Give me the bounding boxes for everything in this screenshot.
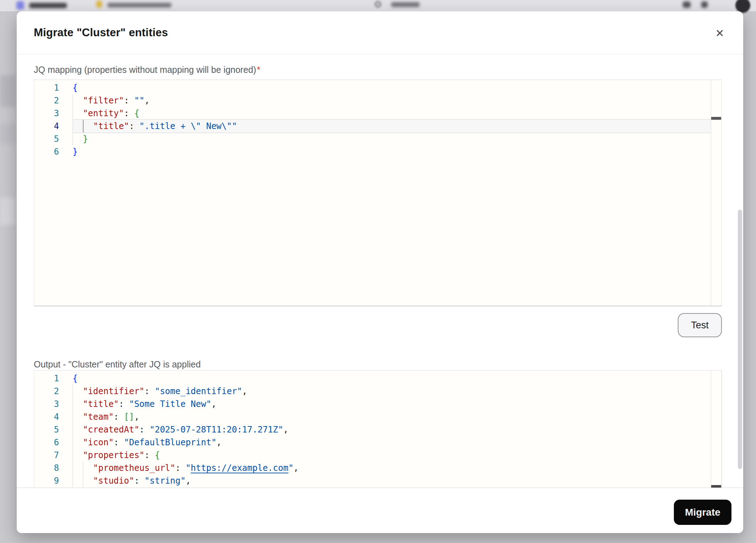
code-line: 4 "team": [], xyxy=(34,410,711,423)
indent-guide xyxy=(73,385,73,398)
code-line: 2 "filter": "", xyxy=(34,94,711,107)
indent-guide xyxy=(73,94,73,107)
code-token: , xyxy=(293,463,298,473)
indent-guide xyxy=(73,133,73,145)
url-link[interactable]: https://example.com xyxy=(191,463,288,473)
line-number: 7 xyxy=(34,449,59,462)
code-token: : xyxy=(114,437,124,447)
modal-footer: Migrate xyxy=(17,488,743,533)
code-line: 1{ xyxy=(34,81,711,94)
code-line: 5 } xyxy=(34,133,711,145)
line-number: 3 xyxy=(34,398,59,410)
code-token xyxy=(73,399,83,409)
code-token: , xyxy=(211,399,216,409)
code-token: "title" xyxy=(83,399,119,409)
code-token: "properties" xyxy=(83,450,144,460)
jq-mapping-label: JQ mapping (properties without mapping w… xyxy=(34,65,722,74)
jq-mapping-editor[interactable]: 1{2 "filter": "",3 "entity": {4 "title":… xyxy=(34,80,722,306)
indent-guide xyxy=(73,398,73,410)
indent-guide xyxy=(83,462,83,474)
line-number: 1 xyxy=(34,372,59,385)
blurred-app-icon xyxy=(16,1,24,10)
line-number: 6 xyxy=(34,145,59,158)
code-line: 3 "title": "Some Title New", xyxy=(34,398,711,410)
code-token xyxy=(73,108,83,118)
line-number: 4 xyxy=(34,120,59,133)
code-line: 8 "prometheus_url": "https://example.com… xyxy=(34,462,711,474)
blurred-toolbar-icon xyxy=(701,1,708,8)
modal-title: Migrate "Cluster" entities xyxy=(34,26,168,39)
code-line: 1{ xyxy=(34,372,711,385)
code-token xyxy=(73,412,83,422)
blurred-nav-text xyxy=(107,3,171,7)
code-token: "" xyxy=(134,96,144,106)
line-number: 2 xyxy=(34,385,59,398)
code-line: 6} xyxy=(34,145,711,158)
code-token: : xyxy=(119,399,129,409)
code-token: "studio" xyxy=(93,476,134,486)
code-token: : xyxy=(129,121,139,131)
code-token: : xyxy=(139,425,150,435)
code-token xyxy=(73,450,83,460)
close-icon: ✕ xyxy=(715,27,724,39)
indent-guide xyxy=(73,107,73,120)
code-token: : xyxy=(124,96,134,106)
code-token: "string" xyxy=(144,476,186,486)
required-asterisk: * xyxy=(257,65,260,75)
indent-guide xyxy=(73,410,73,423)
code-token: : xyxy=(124,108,134,118)
code-token: , xyxy=(144,96,149,106)
code-line: 9 "studio": "string", xyxy=(34,474,711,487)
output-editor[interactable]: 1{2 "identifier": "some_identifier",3 "t… xyxy=(34,370,722,488)
code-token: "DefaultBlueprint" xyxy=(124,437,217,447)
search-icon xyxy=(375,1,381,7)
code-token: "createdAt" xyxy=(83,425,139,435)
output-label: Output - "Cluster" entity after JQ is ap… xyxy=(34,360,722,369)
code-token: { xyxy=(73,373,78,383)
close-button[interactable]: ✕ xyxy=(710,24,729,43)
line-number: 5 xyxy=(34,423,59,436)
code-token xyxy=(73,386,83,396)
blurred-search-text xyxy=(391,2,420,7)
blurred-nav-text xyxy=(29,3,67,8)
code-token: : xyxy=(144,450,155,460)
code-token: { xyxy=(134,108,139,118)
code-token: "identifier" xyxy=(83,386,144,396)
code-token: "title" xyxy=(93,121,129,131)
indent-guide xyxy=(73,120,73,133)
code-line: 6 "icon": "DefaultBlueprint", xyxy=(34,436,711,449)
code-token: " xyxy=(186,463,191,473)
modal-body: JQ mapping (properties without mapping w… xyxy=(17,54,743,488)
code-token: : xyxy=(175,463,186,473)
code-token: , xyxy=(283,425,288,435)
code-token: { xyxy=(73,83,78,93)
modal-scrollbar-thumb[interactable] xyxy=(738,210,742,469)
code-token: , xyxy=(217,437,222,447)
code-token: [] xyxy=(124,412,134,422)
code-token: : xyxy=(114,412,124,422)
line-number: 9 xyxy=(34,474,59,487)
code-token: "team" xyxy=(83,412,114,422)
overview-ruler-separator xyxy=(711,371,711,488)
line-number: 6 xyxy=(34,436,59,449)
code-token: , xyxy=(242,386,247,396)
indent-guide xyxy=(73,474,73,487)
test-button[interactable]: Test xyxy=(678,313,722,337)
avatar xyxy=(735,0,750,13)
code-token: "entity" xyxy=(83,108,124,118)
indent-guide xyxy=(73,449,73,462)
code-token xyxy=(73,425,83,435)
overview-cursor-marker xyxy=(711,485,721,488)
modal-header: Migrate "Cluster" entities ✕ xyxy=(17,11,743,54)
code-token: : xyxy=(144,386,155,396)
code-token: "Some Title New" xyxy=(129,399,211,409)
code-line: 5 "createdAt": "2025-07-28T11:20:17.271Z… xyxy=(34,423,711,436)
indent-guide xyxy=(73,436,73,449)
code-line: 7 "properties": { xyxy=(34,449,711,462)
code-token xyxy=(73,96,83,106)
background-topbar xyxy=(0,0,756,11)
migrate-button[interactable]: Migrate xyxy=(674,500,731,525)
code-token: : xyxy=(134,476,144,486)
indent-guide xyxy=(73,462,73,474)
active-indent-guide xyxy=(83,120,84,133)
